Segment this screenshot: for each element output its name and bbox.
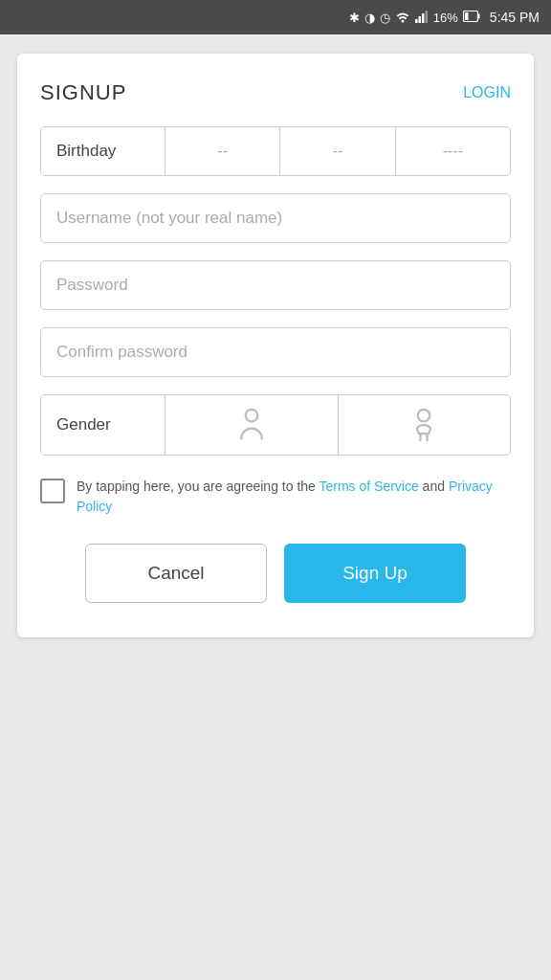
username-input[interactable] bbox=[40, 193, 511, 243]
page-title: SIGNUP bbox=[40, 80, 126, 105]
gender-row: Gender bbox=[40, 394, 511, 456]
birthday-month[interactable]: -- bbox=[165, 127, 280, 175]
svg-rect-1 bbox=[418, 16, 421, 23]
birthday-day[interactable]: -- bbox=[280, 127, 395, 175]
birthday-year[interactable]: ---- bbox=[396, 127, 510, 175]
mute-icon: ◑ bbox=[364, 11, 375, 25]
wifi-icon bbox=[395, 10, 410, 26]
battery-text: 16% bbox=[433, 11, 458, 25]
screen: SIGNUP LOGIN Birthday -- -- ---- Gender bbox=[0, 34, 551, 980]
gender-male[interactable] bbox=[165, 395, 339, 455]
password-input[interactable] bbox=[40, 260, 511, 310]
bluetooth-icon: ✱ bbox=[349, 11, 360, 25]
alarm-icon: ◷ bbox=[380, 11, 390, 25]
terms-text-before: By tapping here, you are agreeing to the bbox=[77, 479, 319, 494]
gender-female[interactable] bbox=[339, 395, 511, 455]
battery-icon bbox=[463, 11, 480, 25]
terms-row: By tapping here, you are agreeing to the… bbox=[40, 477, 511, 517]
svg-point-8 bbox=[418, 410, 430, 422]
svg-rect-0 bbox=[415, 19, 418, 23]
svg-point-7 bbox=[245, 410, 257, 422]
female-icon bbox=[408, 408, 439, 442]
gender-label: Gender bbox=[41, 395, 165, 455]
svg-rect-2 bbox=[422, 13, 425, 23]
cancel-button[interactable]: Cancel bbox=[85, 544, 267, 603]
terms-text-and: and bbox=[419, 479, 449, 494]
login-link[interactable]: LOGIN bbox=[463, 84, 511, 101]
status-icons: ✱ ◑ ◷ 16% bbox=[349, 10, 480, 26]
signup-card: SIGNUP LOGIN Birthday -- -- ---- Gender bbox=[17, 54, 534, 637]
terms-text: By tapping here, you are agreeing to the… bbox=[77, 477, 511, 517]
birthday-label: Birthday bbox=[41, 127, 165, 175]
svg-rect-5 bbox=[465, 12, 469, 20]
svg-rect-6 bbox=[477, 13, 479, 18]
signup-button[interactable]: Sign Up bbox=[284, 544, 466, 603]
terms-checkbox[interactable] bbox=[40, 479, 65, 503]
svg-rect-3 bbox=[425, 11, 428, 23]
terms-of-service-link[interactable]: Terms of Service bbox=[319, 479, 418, 494]
card-header: SIGNUP LOGIN bbox=[40, 80, 511, 105]
confirm-password-input[interactable] bbox=[40, 327, 511, 377]
signal-icon bbox=[415, 10, 429, 26]
birthday-row[interactable]: Birthday -- -- ---- bbox=[40, 126, 511, 176]
status-time: 5:45 PM bbox=[490, 10, 540, 25]
male-icon bbox=[236, 408, 267, 442]
status-bar: ✱ ◑ ◷ 16% 5:45 PM bbox=[0, 0, 551, 34]
buttons-row: Cancel Sign Up bbox=[40, 544, 511, 603]
